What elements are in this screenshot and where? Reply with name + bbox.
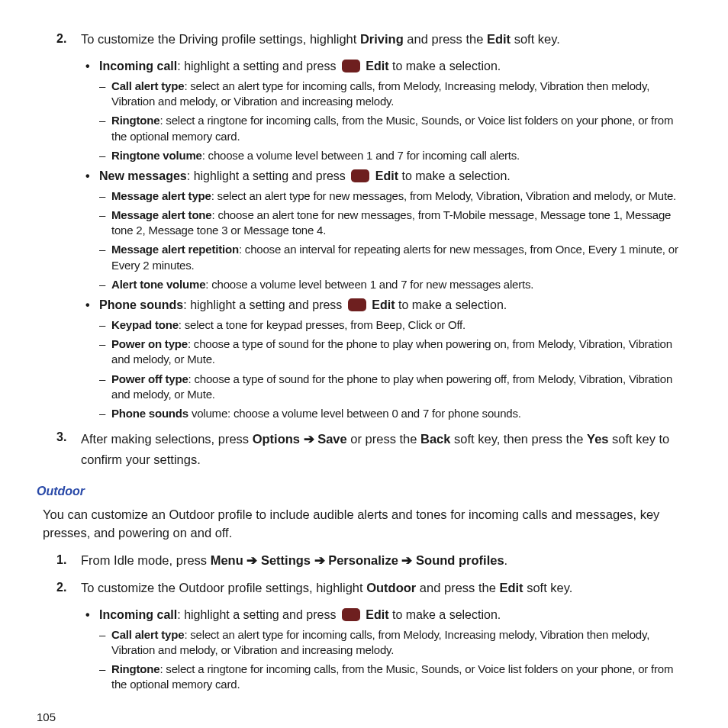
dash-msg-alert-tone: – Message alert tone: choose an alert to… [99, 208, 691, 239]
dash-keypad-tone: – Keypad tone: select a tone for keypad … [99, 317, 691, 333]
outdoor-heading: Outdoor [37, 483, 691, 500]
outdoor-bullet-incoming-call: • Incoming call: highlight a setting and… [85, 607, 691, 623]
step-number: 2. [56, 31, 81, 47]
dash-phone-sounds-volume: – Phone sounds volume: choose a volume l… [99, 406, 691, 421]
bullet-new-messages: • New messages: highlight a setting and … [85, 168, 691, 185]
step-number: 2. [56, 579, 81, 596]
softkey-icon [342, 608, 360, 621]
bullet-phone-sounds: • Phone sounds: highlight a setting and … [85, 297, 691, 314]
step-text: From Idle mode, press Menu ➔ Settings ➔ … [81, 552, 691, 569]
page-number: 105 [37, 710, 691, 725]
step-number: 3. [56, 429, 81, 469]
dash-ringtone: – Ringtone: select a ringtone for incomi… [99, 113, 691, 144]
dash-msg-alert-type: – Message alert type: select an alert ty… [99, 188, 691, 204]
step-text: To customize the Outdoor profile setting… [81, 579, 691, 596]
dash-msg-alert-repetition: – Message alert repetition: choose an in… [99, 242, 691, 273]
softkey-icon [351, 169, 369, 182]
step-text: To customize the Driving profile setting… [81, 31, 691, 47]
dash-ringtone-volume: – Ringtone volume: choose a volume level… [99, 148, 691, 163]
outdoor-step-2: 2. To customize the Outdoor profile sett… [56, 579, 691, 596]
step-number: 1. [56, 552, 81, 569]
softkey-icon [348, 298, 366, 311]
bullet-incoming-call: • Incoming call: highlight a setting and… [85, 58, 691, 75]
dash-alert-tone-volume: – Alert tone volume: choose a volume lev… [99, 277, 691, 292]
dash-power-on-type: – Power on type: choose a type of sound … [99, 337, 691, 368]
outdoor-dash-ringtone: – Ringtone: select a ringtone for incomi… [99, 662, 691, 693]
softkey-icon [342, 60, 360, 72]
outdoor-paragraph: You can customize an Outdoor profile to … [43, 506, 691, 543]
step-2-driving: 2. To customize the Driving profile sett… [56, 31, 691, 47]
step-text: After making selections, press Options ➔… [81, 429, 691, 469]
dash-call-alert-type: – Call alert type: select an alert type … [99, 79, 691, 110]
step-3: 3. After making selections, press Option… [56, 429, 691, 469]
outdoor-dash-call-alert-type: – Call alert type: select an alert type … [99, 627, 691, 659]
outdoor-step-1: 1. From Idle mode, press Menu ➔ Settings… [56, 552, 691, 569]
dash-power-off-type: – Power off type: choose a type of sound… [99, 372, 691, 403]
